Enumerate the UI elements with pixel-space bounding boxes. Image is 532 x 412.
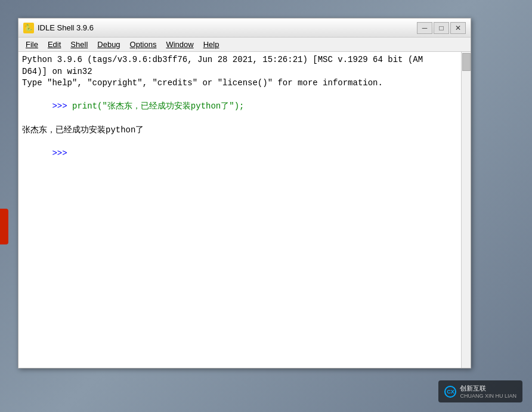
scrollbar[interactable] bbox=[461, 52, 471, 368]
code-line1: print("张杰东，已经成功安装python了"); bbox=[72, 101, 244, 111]
prompt-line1: >>> print("张杰东，已经成功安装python了"); bbox=[22, 89, 467, 125]
title-bar-left: 🐍 IDLE Shell 3.9.6 bbox=[23, 23, 94, 33]
menu-bar: File Edit Shell Debug Options Window Hel… bbox=[18, 38, 471, 52]
prompt2: >>> bbox=[52, 148, 72, 158]
window-title: IDLE Shell 3.9.6 bbox=[38, 23, 94, 32]
maximize-button[interactable]: □ bbox=[434, 22, 449, 34]
prompt1: >>> bbox=[52, 101, 72, 111]
output-line1: 张杰东，已经成功安装python了 bbox=[22, 125, 467, 137]
menu-window[interactable]: Window bbox=[161, 39, 198, 50]
shell-output[interactable]: Python 3.9.6 (tags/v3.9.6:db3ff76, Jun 2… bbox=[18, 52, 471, 368]
prompt-line2: >>> bbox=[22, 136, 467, 171]
watermark-logo: CX bbox=[444, 386, 456, 398]
window-controls: ─ □ ✕ bbox=[417, 22, 466, 34]
scrollbar-thumb[interactable] bbox=[462, 53, 471, 71]
left-decoration bbox=[0, 209, 8, 244]
startup-line3: Type "help", "copyright", "credits" or "… bbox=[22, 78, 467, 89]
menu-file[interactable]: File bbox=[21, 39, 43, 50]
watermark: CX 创新互联 CHUANG XIN HU LIAN bbox=[438, 380, 522, 402]
startup-line1: Python 3.9.6 (tags/v3.9.6:db3ff76, Jun 2… bbox=[22, 54, 467, 66]
watermark-text: 创新互联 CHUANG XIN HU LIAN bbox=[460, 384, 516, 399]
menu-help[interactable]: Help bbox=[199, 39, 224, 50]
menu-edit[interactable]: Edit bbox=[43, 39, 66, 50]
startup-line2: D64)] on win32 bbox=[22, 66, 467, 78]
menu-shell[interactable]: Shell bbox=[66, 39, 92, 50]
close-button[interactable]: ✕ bbox=[450, 22, 466, 34]
minimize-button[interactable]: ─ bbox=[417, 22, 432, 34]
app-icon: 🐍 bbox=[23, 23, 34, 33]
menu-debug[interactable]: Debug bbox=[92, 39, 125, 50]
idle-window: 🐍 IDLE Shell 3.9.6 ─ □ ✕ File Edit Shell… bbox=[18, 18, 471, 368]
menu-options[interactable]: Options bbox=[125, 39, 162, 50]
title-bar: 🐍 IDLE Shell 3.9.6 ─ □ ✕ bbox=[18, 18, 471, 38]
